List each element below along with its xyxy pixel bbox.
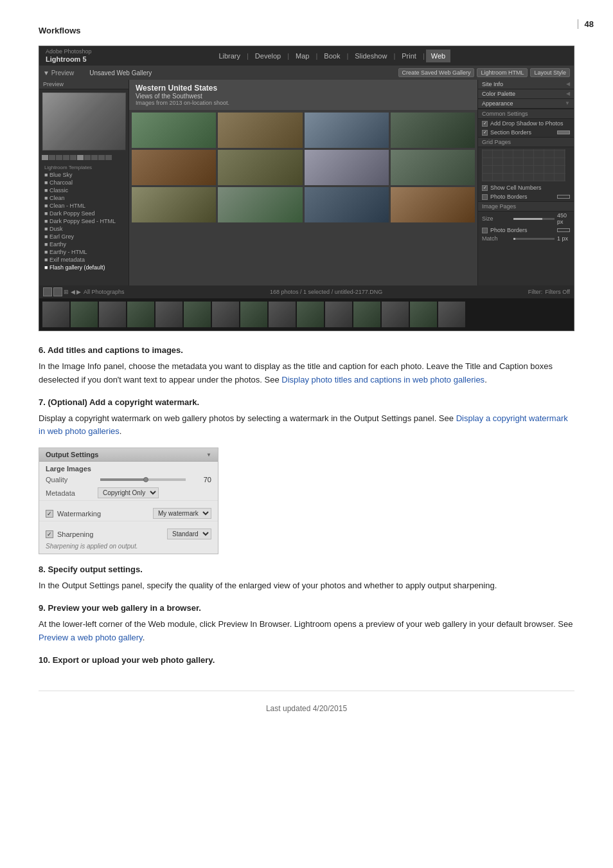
lr-create-gallery-btn[interactable]: Create Saved Web Gallery [398, 68, 475, 77]
lr-photo-6[interactable] [218, 150, 302, 185]
lr-template-flash[interactable]: ■ Flash gallery (default) [39, 264, 129, 271]
lr-size-slider[interactable] [513, 218, 555, 220]
step6-heading: 6. Add titles and captions to images. [39, 345, 574, 355]
lr-nav-slideshow[interactable]: Slideshow [350, 50, 392, 62]
lr-photo-5[interactable] [132, 150, 216, 185]
lr-nav-web[interactable]: Web [426, 50, 450, 62]
lr-template-dark-poppy[interactable]: ■ Dark Poppy Seed [39, 210, 129, 217]
os-sharpening-select[interactable]: Standard Low High [167, 529, 211, 539]
lr-layout-btn[interactable]: Lightroom HTML [477, 68, 528, 77]
lr-bottom-bar: ⊞ ◀ ▶ All Photographs 168 photos / 1 sel… [39, 285, 574, 298]
lr-section-borders-swatch[interactable] [557, 131, 570, 134]
section-title: Workflows [39, 26, 574, 35]
lr-filters-off[interactable]: Filters Off [545, 289, 570, 295]
lr-appearance-header[interactable]: Appearance ▼ [478, 99, 574, 109]
lr-match-slider[interactable] [513, 238, 555, 240]
os-metadata-select[interactable]: Copyright Only All Metadata None [98, 487, 159, 498]
lr-film-item-3[interactable] [99, 302, 126, 327]
os-header[interactable]: Output Settings ▼ [39, 448, 218, 462]
lr-film-item-15[interactable] [438, 302, 465, 327]
lr-show-cell-numbers-checkbox[interactable] [482, 185, 488, 191]
lr-template-classic[interactable]: ■ Classic [39, 186, 129, 194]
lr-photo-borders-swatch[interactable] [557, 195, 570, 199]
lr-template-blue-sky[interactable]: ■ Blue Sky [39, 171, 129, 179]
lr-photo-borders-label: Photo Borders [490, 194, 528, 200]
step6-link[interactable]: Display photo titles and captions in web… [281, 375, 484, 384]
lr-film-item-9[interactable] [269, 302, 296, 327]
lr-site-info-header[interactable]: Site Info ◀ [478, 80, 574, 89]
lr-center-panel: Western United States Views of the South… [129, 80, 477, 285]
lr-template-dark-poppy-html[interactable]: ■ Dark Poppy Seed - HTML [39, 217, 129, 225]
lr-photo-borders-checkbox[interactable] [482, 194, 488, 200]
step7-body: Display a copyright watermark on web gal… [39, 412, 574, 439]
lr-nav-library[interactable]: Library [213, 50, 245, 62]
lr-bottom-icon-1[interactable] [43, 287, 52, 296]
os-quality-slider[interactable] [100, 478, 186, 481]
lr-section-borders-checkbox[interactable] [482, 130, 488, 136]
lr-all-photographs[interactable]: All Photographs [84, 289, 125, 295]
lr-film-item-2[interactable] [71, 302, 98, 327]
lr-template-earl-grey[interactable]: ■ Earl Grey [39, 233, 129, 240]
lr-template-earthy[interactable]: ■ Earthy [39, 240, 129, 248]
lr-photo-9[interactable] [132, 187, 216, 222]
lr-photo-10[interactable] [218, 187, 302, 222]
lr-film-item-7[interactable] [212, 302, 239, 327]
lr-template-dusk[interactable]: ■ Dusk [39, 225, 129, 233]
lr-image-photo-borders-checkbox[interactable] [482, 228, 488, 233]
lr-filmstrip [39, 298, 574, 330]
lr-photo-grid [129, 110, 477, 225]
lr-section-borders-row: Section Borders [478, 128, 574, 137]
lr-template-exif[interactable]: ■ Exif metadata [39, 256, 129, 264]
lr-match-row: Match 1 px [478, 235, 574, 242]
lr-add-drop-shadow-row: Add Drop Shadow to Photos [478, 119, 574, 128]
lr-nav-print[interactable]: Print [396, 50, 422, 62]
lr-film-item-14[interactable] [410, 302, 437, 327]
lr-film-item-12[interactable] [353, 302, 380, 327]
lr-photo-11[interactable] [305, 187, 389, 222]
lr-film-item-11[interactable] [325, 302, 352, 327]
lr-photo-1[interactable] [132, 113, 216, 148]
lr-template-list: Lightroom Templates ■ Blue Sky ■ Charcoa… [39, 161, 129, 273]
lr-photo-7[interactable] [305, 150, 389, 185]
step6-body: In the Image Info panel, choose the meta… [39, 360, 574, 387]
lr-nav-develop[interactable]: Develop [250, 50, 286, 62]
lr-film-item-4[interactable] [127, 302, 154, 327]
lr-show-cell-numbers-row: Show Cell Numbers [478, 183, 574, 192]
lr-layout-style-btn[interactable]: Layout Style [530, 68, 570, 77]
lr-bottom-icon-2[interactable] [53, 287, 62, 296]
lr-photo-2[interactable] [218, 113, 302, 148]
lr-template-clean-html[interactable]: ■ Clean - HTML [39, 202, 129, 210]
lr-photo-3[interactable] [305, 113, 389, 148]
lr-image-photo-borders-label: Photo Borders [490, 227, 528, 233]
os-watermarking-checkbox[interactable]: ✓ [46, 510, 53, 518]
lr-add-drop-shadow-checkbox[interactable] [482, 121, 488, 127]
step7-heading: 7. (Optional) Add a copyright watermark. [39, 397, 574, 407]
lr-nav-book[interactable]: Book [319, 50, 345, 62]
lr-film-item-1[interactable] [42, 302, 69, 327]
lr-photo-4[interactable] [391, 113, 475, 148]
lr-image-photo-borders-swatch[interactable] [557, 228, 570, 232]
lr-template-earthy-html[interactable]: ■ Earthy - HTML [39, 248, 129, 256]
lr-grid-pages-label: Grid Pages [478, 137, 574, 147]
lr-toolbar-preview: ▼ Preview [43, 69, 74, 77]
os-quality-value: 70 [192, 476, 211, 484]
lr-photo-8[interactable] [391, 150, 475, 185]
lr-nav-map[interactable]: Map [290, 50, 314, 62]
lr-film-item-10[interactable] [297, 302, 324, 327]
os-sharpening-checkbox[interactable]: ✓ [46, 530, 53, 538]
lr-photo-count: 168 photos / 1 selected / untitled-2177.… [270, 289, 382, 295]
step9-link[interactable]: Preview a web photo gallery [39, 633, 143, 642]
lr-preview-image [42, 93, 126, 150]
os-metadata-label: Metadata [46, 489, 94, 497]
lr-template-clean[interactable]: ■ Clean [39, 194, 129, 202]
os-watermarking-select[interactable]: My watermark [153, 508, 211, 519]
lr-film-item-13[interactable] [382, 302, 409, 327]
lr-color-palette-header[interactable]: Color Palette ◀ [478, 89, 574, 99]
lr-film-item-5[interactable] [155, 302, 182, 327]
lr-film-item-8[interactable] [240, 302, 267, 327]
lr-template-charcoal[interactable]: ■ Charcoal [39, 179, 129, 186]
lr-preview-label: Preview [39, 80, 129, 89]
lr-photo-12[interactable] [391, 187, 475, 222]
lr-film-item-6[interactable] [184, 302, 211, 327]
lr-show-cell-numbers-label: Show Cell Numbers [490, 185, 542, 191]
